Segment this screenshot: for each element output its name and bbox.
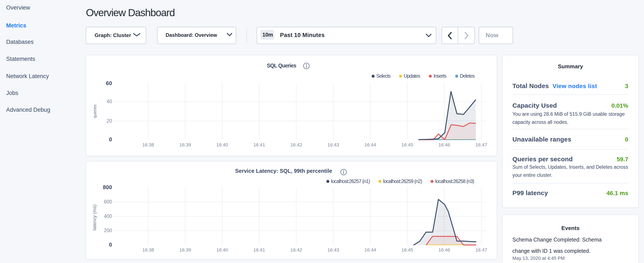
svg-text:16:43: 16:43 [328,247,339,252]
svg-text:20: 20 [106,118,112,124]
svg-text:16:46: 16:46 [438,142,450,147]
svg-text:Selects: Selects [376,73,390,79]
svg-text:localhost:26258 (n3): localhost:26258 (n3) [435,178,474,184]
svg-text:16:44: 16:44 [364,247,376,252]
svg-text:800: 800 [103,184,112,190]
svg-text:40: 40 [106,99,112,104]
svg-text:16:46: 16:46 [438,247,450,252]
svg-text:200: 200 [104,228,112,233]
svg-text:16:38: 16:38 [142,142,154,147]
svg-text:Inserts: Inserts [434,73,446,79]
svg-text:16:39: 16:39 [180,247,191,252]
svg-text:localhost:26259 (n2): localhost:26259 (n2) [383,178,422,184]
svg-text:16:47: 16:47 [476,247,487,252]
svg-text:Deletes: Deletes [460,73,475,79]
svg-text:16:47: 16:47 [476,142,487,147]
svg-text:600: 600 [104,199,112,204]
svg-text:0: 0 [109,136,112,143]
svg-text:16:40: 16:40 [216,247,228,252]
svg-text:60: 60 [106,80,112,86]
svg-text:16:38: 16:38 [142,247,154,252]
svg-text:Updates: Updates [404,73,420,79]
svg-text:localhost:26257 (n1): localhost:26257 (n1) [331,178,370,184]
svg-text:16:39: 16:39 [180,142,191,147]
svg-text:queries: queries [92,105,97,118]
svg-text:16:40: 16:40 [216,142,228,147]
svg-text:latency (ms): latency (ms) [92,204,97,231]
svg-text:16:45: 16:45 [402,142,413,147]
svg-text:16:42: 16:42 [290,247,302,252]
svg-text:16:44: 16:44 [364,142,376,147]
svg-text:16:41: 16:41 [254,142,265,147]
svg-text:16:45: 16:45 [402,247,413,252]
svg-text:0: 0 [109,241,112,248]
svg-text:16:42: 16:42 [290,142,302,147]
svg-text:16:43: 16:43 [328,142,339,147]
svg-text:16:41: 16:41 [254,247,265,252]
svg-text:400: 400 [104,213,112,219]
